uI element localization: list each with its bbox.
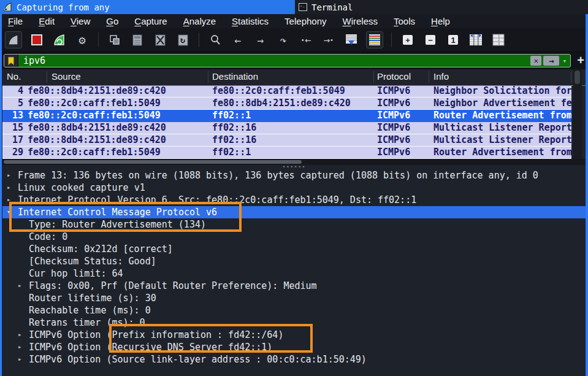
- window-tab-wireshark[interactable]: Capturing from any: [0, 0, 295, 14]
- menu-help[interactable]: Help: [423, 14, 458, 28]
- column-destination[interactable]: Destination: [212, 71, 258, 82]
- column-no[interactable]: No.: [7, 71, 21, 82]
- packet-details-pane: ▸Frame 13: 136 bytes on wire (1088 bits)…: [2, 169, 586, 376]
- column-info[interactable]: Info: [433, 71, 449, 82]
- expand-icon[interactable]: ▸: [18, 329, 22, 341]
- bookmark-icon: [7, 56, 15, 66]
- expand-icon[interactable]: ▸: [7, 182, 11, 194]
- start-capture-button[interactable]: [5, 31, 22, 48]
- next-packet-button[interactable]: →•: [321, 32, 337, 48]
- column-source[interactable]: Source: [52, 71, 81, 82]
- packet-row[interactable]: 17 fe80::8db4:2151:de89:c420 ff02::16 IC…: [2, 134, 571, 147]
- auto-scroll-button[interactable]: [343, 32, 359, 48]
- menu-tools[interactable]: Tools: [386, 14, 423, 28]
- go-back-button[interactable]: ←: [230, 32, 246, 48]
- open-file-button[interactable]: [107, 32, 123, 48]
- expand-icon[interactable]: ▸: [18, 341, 22, 353]
- menu-analyze[interactable]: Analyze: [175, 14, 224, 28]
- detail-line[interactable]: Router lifetime (s): 30: [2, 292, 586, 304]
- detail-line[interactable]: Code: 0: [2, 231, 586, 243]
- window-border-left: [0, 14, 2, 376]
- wireshark-icon: [3, 2, 13, 12]
- detail-line[interactable]: ▸ICMPv6 Option (Recursive DNS Server fd4…: [2, 341, 586, 353]
- reload-file-button[interactable]: ↻: [175, 32, 191, 48]
- packet-row[interactable]: 29 fe80::2c0:caff:feb1:5049 ff02::1 ICMP…: [2, 147, 571, 159]
- detail-line[interactable]: ▸Internet Protocol Version 6, Src: fe80:…: [2, 194, 586, 206]
- menu-wireless[interactable]: Wireless: [335, 14, 386, 28]
- detail-line[interactable]: Reachable time (ms): 0: [2, 304, 586, 317]
- capture-options-button[interactable]: ⚙: [74, 32, 90, 48]
- menu-telephony[interactable]: Telephony: [277, 14, 334, 28]
- menu-view[interactable]: View: [63, 14, 98, 28]
- filter-add-button[interactable]: +: [577, 53, 584, 67]
- filter-text: ipv6: [18, 55, 530, 66]
- close-file-button[interactable]: [152, 32, 168, 48]
- toolbar-separator: [391, 33, 392, 47]
- column-separator[interactable]: [373, 71, 374, 83]
- toolbar-separator: [199, 33, 199, 47]
- detail-line[interactable]: ▸ICMPv6 Option (Source link-layer addres…: [2, 353, 586, 366]
- stop-capture-button[interactable]: [29, 32, 45, 48]
- zoom-out-button[interactable]: −: [422, 32, 438, 48]
- packet-list-header: No. Source Destination Protocol Info: [2, 69, 586, 86]
- layout-rows-button[interactable]: 123: [491, 32, 506, 48]
- filter-bookmark-button[interactable]: [4, 55, 18, 67]
- filter-apply-button[interactable]: →: [543, 56, 559, 66]
- go-to-packet-button[interactable]: ↷: [275, 32, 291, 48]
- terminal-icon: ›.: [298, 2, 308, 12]
- colorize-button[interactable]: [366, 31, 383, 48]
- expand-icon[interactable]: ▸: [18, 353, 22, 366]
- packet-list: 4 fe80::8db4:2151:de89:c420 fe80::2c0:ca…: [2, 85, 571, 159]
- filter-dropdown-caret[interactable]: ▾: [562, 57, 567, 65]
- zoom-in-button[interactable]: +: [400, 32, 416, 48]
- menu-capture[interactable]: Capture: [126, 14, 175, 28]
- expand-icon[interactable]: ▸: [7, 169, 11, 182]
- column-separator[interactable]: [429, 71, 429, 83]
- packet-row[interactable]: 4 fe80::8db4:2151:de89:c420 fe80::2c0:ca…: [2, 85, 571, 98]
- previous-packet-button[interactable]: •←: [298, 32, 314, 48]
- detail-line[interactable]: ▸Linux cooked capture v1: [2, 182, 586, 194]
- packet-row[interactable]: 15 fe80::8db4:2151:de89:c420 ff02::16 IC…: [2, 122, 571, 134]
- packet-row[interactable]: 5 fe80::2c0:caff:feb1:5049 fe80::8db4:21…: [2, 98, 571, 110]
- detail-line[interactable]: Cur hop limit: 64: [2, 267, 586, 280]
- zoom-100-button[interactable]: 1: [445, 32, 461, 48]
- packet-row-selected[interactable]: 13 fe80::2c0:caff:feb1:5049 ff02::1 ICMP…: [2, 110, 571, 122]
- reload-icon: ↻: [180, 35, 185, 45]
- column-separator[interactable]: [571, 71, 571, 83]
- expand-icon[interactable]: ▸: [18, 280, 22, 292]
- detail-line[interactable]: Retrans timer (ms): 0: [2, 317, 586, 329]
- find-packet-button[interactable]: [207, 32, 223, 48]
- vertical-scrollbar[interactable]: [573, 69, 582, 159]
- menu-statistics[interactable]: Statistics: [224, 14, 277, 28]
- detail-line[interactable]: ▸Frame 13: 136 bytes on wire (1088 bits)…: [2, 169, 586, 182]
- restart-capture-button[interactable]: [52, 32, 67, 48]
- column-separator[interactable]: [47, 71, 47, 83]
- column-protocol[interactable]: Protocol: [377, 71, 411, 82]
- resize-columns-button[interactable]: [468, 32, 484, 48]
- filter-clear-button[interactable]: ✕: [530, 56, 541, 66]
- menu-edit[interactable]: Edit: [31, 14, 63, 28]
- detail-line[interactable]: ▸Flags: 0x00, Prf (Default Router Prefer…: [2, 280, 586, 292]
- go-forward-button[interactable]: →: [253, 32, 269, 48]
- menu-go[interactable]: Go: [98, 14, 126, 28]
- wireshark-window: Capturing from any ›. Terminal File Edit…: [0, 0, 588, 376]
- detail-line[interactable]: ▸ICMPv6 Option (Prefix information : fd4…: [2, 329, 586, 341]
- pane-splitter[interactable]: ••••••: [0, 165, 588, 169]
- stop-icon: [31, 34, 42, 45]
- column-separator[interactable]: [208, 71, 208, 83]
- detail-line[interactable]: Type: Router Advertisement (134): [2, 218, 586, 231]
- window-title: Capturing from any: [17, 2, 110, 12]
- scrollbar-thumb[interactable]: [575, 71, 580, 84]
- detail-line-selected[interactable]: ▾Internet Control Message Protocol v6: [2, 206, 586, 218]
- collapse-icon[interactable]: ▾: [7, 206, 11, 218]
- expand-icon[interactable]: ▸: [7, 194, 11, 206]
- menubar: File Edit View Go Capture Analyze Statis…: [0, 14, 588, 28]
- window-tab-terminal[interactable]: ›. Terminal: [295, 0, 353, 14]
- detail-line[interactable]: Checksum: 0x212d [correct]: [2, 243, 586, 255]
- menu-file[interactable]: File: [0, 14, 31, 28]
- detail-line[interactable]: [Checksum Status: Good]: [2, 255, 586, 267]
- scrollbar-thumb[interactable]: [4, 160, 302, 164]
- window-border-right: [586, 14, 588, 376]
- save-file-button[interactable]: [129, 32, 145, 48]
- display-filter-input[interactable]: ipv6 ✕ → ▾: [4, 54, 571, 67]
